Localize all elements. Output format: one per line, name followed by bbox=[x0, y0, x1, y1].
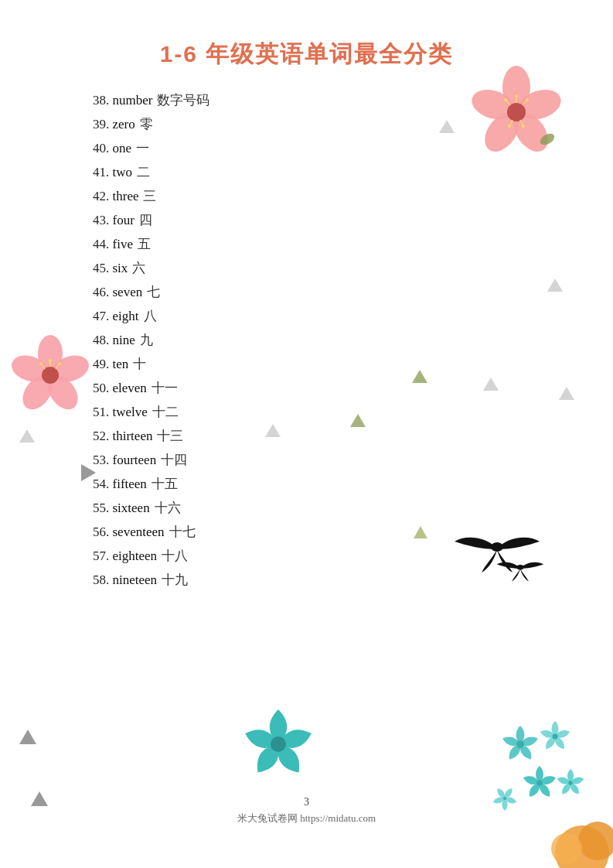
svg-point-18 bbox=[49, 351, 93, 386]
item-number: 40. bbox=[93, 141, 109, 155]
item-number: 50. bbox=[93, 381, 109, 395]
list-item: 43. four四 bbox=[93, 214, 613, 227]
item-english: six bbox=[113, 261, 128, 275]
list-item: 53. fourteen十四 bbox=[93, 453, 613, 466]
list-item: 54. fifteen十五 bbox=[93, 477, 613, 490]
item-chinese: 数字号码 bbox=[157, 93, 209, 108]
list-item: 57. eighteen十八 bbox=[93, 549, 613, 562]
item-english: fourteen bbox=[113, 453, 157, 467]
item-english: ten bbox=[113, 357, 129, 371]
item-chinese: 十八 bbox=[162, 548, 188, 563]
list-item: 46. seven七 bbox=[93, 285, 613, 299]
item-number: 45. bbox=[93, 261, 109, 275]
item-chinese: 十三 bbox=[157, 429, 183, 443]
item-english: zero bbox=[113, 117, 135, 132]
item-number: 41. bbox=[93, 165, 109, 179]
item-chinese: 九 bbox=[140, 333, 153, 347]
list-item: 55. sixteen十六 bbox=[93, 501, 613, 514]
item-chinese: 二 bbox=[137, 165, 150, 179]
item-number: 55. bbox=[93, 501, 109, 515]
svg-point-39 bbox=[551, 833, 582, 864]
item-number: 48. bbox=[93, 333, 109, 347]
svg-point-19 bbox=[42, 371, 83, 415]
item-english: number bbox=[113, 93, 153, 108]
list-item: 48. nine九 bbox=[93, 333, 613, 347]
svg-point-37 bbox=[555, 825, 609, 868]
item-chinese: 十七 bbox=[169, 525, 196, 539]
list-item: 44. five五 bbox=[93, 238, 613, 251]
list-item: 56. seventeen十七 bbox=[93, 525, 613, 538]
list-item: 58. nineteen十九 bbox=[93, 573, 613, 586]
svg-point-35 bbox=[568, 781, 572, 784]
item-chinese: 五 bbox=[138, 237, 151, 251]
footer: 3 米大兔试卷网 https://midatu.com bbox=[0, 796, 613, 825]
item-english: eleven bbox=[113, 381, 147, 395]
item-chinese: 十四 bbox=[161, 453, 187, 467]
list-item: 40. one一 bbox=[93, 142, 613, 155]
item-number: 58. bbox=[93, 572, 109, 587]
list-item: 47. eight八 bbox=[93, 309, 613, 323]
item-number: 54. bbox=[93, 477, 109, 491]
item-english: five bbox=[113, 237, 133, 251]
svg-point-17 bbox=[38, 335, 63, 372]
item-number: 43. bbox=[93, 213, 109, 227]
footer-text: 米大兔试卷网 https://midatu.com bbox=[0, 812, 613, 825]
page: 1-6 年级英语单词最全分类 38. number数字号码39. zero零40… bbox=[0, 0, 613, 868]
item-english: three bbox=[113, 189, 139, 203]
list-item: 50. eleven十一 bbox=[93, 381, 613, 395]
item-number: 53. bbox=[93, 453, 109, 467]
item-chinese: 零 bbox=[140, 117, 153, 132]
item-number: 49. bbox=[93, 357, 109, 371]
item-number: 47. bbox=[93, 309, 109, 323]
item-chinese: 十五 bbox=[152, 477, 178, 491]
svg-point-26 bbox=[49, 359, 52, 362]
item-number: 57. bbox=[93, 548, 109, 563]
svg-point-27 bbox=[58, 362, 61, 365]
item-number: 39. bbox=[93, 117, 109, 132]
item-chinese: 十六 bbox=[155, 501, 181, 515]
item-english: four bbox=[113, 213, 135, 227]
list-item: 39. zero零 bbox=[93, 118, 613, 131]
svg-point-21 bbox=[9, 351, 52, 386]
item-chinese: 十一 bbox=[152, 381, 178, 395]
page-title: 1-6 年级英语单词最全分类 bbox=[0, 39, 613, 70]
item-english: eight bbox=[113, 309, 139, 323]
item-number: 44. bbox=[93, 237, 109, 251]
item-number: 51. bbox=[93, 405, 109, 419]
item-chinese: 十九 bbox=[162, 572, 188, 587]
svg-point-31 bbox=[271, 736, 286, 752]
page-number: 3 bbox=[0, 796, 613, 808]
list-item: 49. ten十 bbox=[93, 357, 613, 371]
svg-point-32 bbox=[516, 740, 524, 748]
item-english: thirteen bbox=[113, 429, 153, 443]
item-number: 56. bbox=[93, 525, 109, 539]
list-item: 41. two二 bbox=[93, 166, 613, 179]
item-english: eighteen bbox=[113, 548, 158, 563]
item-english: fifteen bbox=[113, 477, 147, 491]
item-english: nine bbox=[113, 333, 135, 347]
svg-point-38 bbox=[578, 822, 613, 860]
svg-point-22 bbox=[42, 367, 59, 384]
item-english: nineteen bbox=[113, 572, 158, 587]
teal-flower-icon bbox=[232, 698, 325, 791]
svg-point-20 bbox=[16, 371, 58, 415]
item-english: twelve bbox=[113, 405, 148, 419]
item-english: seventeen bbox=[113, 525, 165, 539]
item-english: seven bbox=[113, 285, 143, 299]
item-number: 38. bbox=[93, 93, 109, 108]
item-english: one bbox=[113, 141, 132, 155]
word-list: 38. number数字号码39. zero零40. one一41. two二4… bbox=[93, 94, 613, 586]
item-number: 46. bbox=[93, 285, 109, 299]
svg-line-25 bbox=[42, 364, 45, 369]
svg-point-33 bbox=[553, 734, 558, 740]
item-number: 52. bbox=[93, 429, 109, 443]
item-chinese: 四 bbox=[139, 213, 152, 227]
list-item: 45. six六 bbox=[93, 261, 613, 275]
item-chinese: 一 bbox=[136, 141, 149, 155]
svg-point-28 bbox=[39, 362, 43, 365]
list-item: 38. number数字号码 bbox=[93, 94, 613, 107]
item-chinese: 八 bbox=[144, 309, 157, 323]
list-item: 52. thirteen十三 bbox=[93, 429, 613, 443]
item-english: sixteen bbox=[113, 501, 150, 515]
item-english: two bbox=[113, 165, 133, 179]
